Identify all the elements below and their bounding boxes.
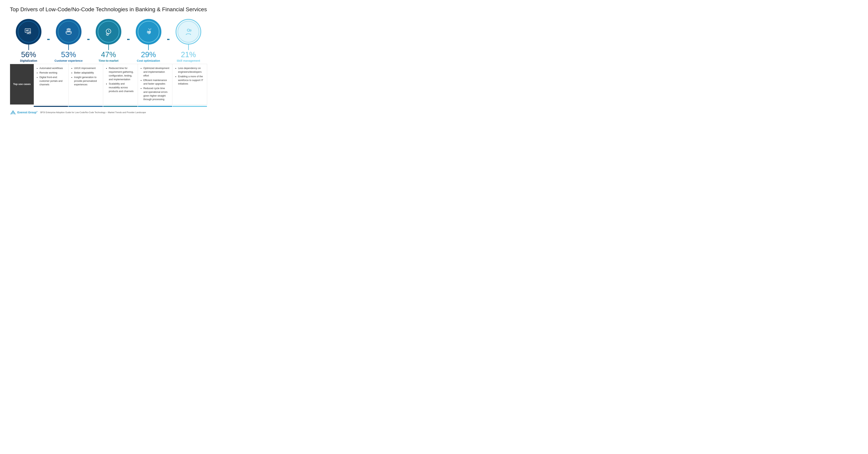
circle-ttm: $ <box>96 19 121 44</box>
list-item: Reduced time for requirement gathering, … <box>106 66 135 81</box>
driver-ttm: $ 47% Time-to-market <box>90 19 127 64</box>
list-item: Enabling a more of the workforce to supp… <box>175 75 204 86</box>
timeline-row: 56% Digitalization 53% Customer experien… <box>10 19 207 64</box>
cx-icon <box>64 27 73 36</box>
everest-mountain-icon <box>10 110 16 115</box>
pct-cost: 29% <box>141 51 156 58</box>
use-case-list-4: Optimized development and implementation… <box>141 66 169 101</box>
label-digitalization: Digitalization <box>20 59 37 62</box>
bar-1 <box>34 106 68 107</box>
driver-cx: 53% Customer experience <box>50 19 87 64</box>
footer: Everest Group® BFSI Enterprise Adoption … <box>10 110 207 115</box>
ttm-icon: $ <box>104 27 113 36</box>
list-item: UI/UX improvement <box>71 66 100 70</box>
use-cases-section: Top use cases Automated workflows Remote… <box>10 64 207 105</box>
svg-text:$: $ <box>107 34 108 35</box>
list-item: Digital front-end: customer portals and … <box>37 75 66 87</box>
circle-ring-skill <box>178 21 199 42</box>
vert-line-5 <box>188 44 189 50</box>
bar-spacer <box>10 106 34 107</box>
vert-line-4 <box>148 44 149 50</box>
vert-line-3 <box>108 44 109 50</box>
circle-cx <box>56 19 82 44</box>
driver-skill: 21% Skill management <box>169 19 207 64</box>
digitalization-icon <box>24 27 33 36</box>
footer-logo: Everest Group® <box>10 110 37 115</box>
list-item: Remote working <box>37 71 66 75</box>
circle-ring-cx <box>58 21 80 42</box>
connector-1 <box>48 39 50 40</box>
use-case-skill: Less dependency on engineers/developers … <box>172 64 207 104</box>
use-case-list-5: Less dependency on engineers/developers … <box>175 66 204 86</box>
driver-digitalization: 56% Digitalization <box>10 19 48 64</box>
pct-cx: 53% <box>61 51 76 58</box>
use-case-digitalization: Automated workflows Remote working Digit… <box>34 64 68 104</box>
pct-digitalization: 56% <box>21 51 36 58</box>
list-item: Reduced cycle time and operational error… <box>141 87 169 101</box>
list-item: Better adaptability <box>71 71 100 75</box>
svg-point-4 <box>29 32 31 34</box>
use-case-cost: Optimized development and implementation… <box>138 64 173 104</box>
pct-skill: 21% <box>181 51 196 58</box>
use-case-list-3: Reduced time for requirement gathering, … <box>106 66 135 93</box>
footer-caption: BFSI Enterprise Adoption Guide for Low-C… <box>40 111 146 114</box>
page-title: Top Drivers of Low-Code/No-Code Technolo… <box>10 6 207 13</box>
list-item: Automated workflows <box>37 66 66 70</box>
use-case-list-1: Automated workflows Remote working Digit… <box>37 66 66 87</box>
circle-ring-cost: $ $ $ <box>138 21 159 42</box>
use-case-ttm: Reduced time for requirement gathering, … <box>103 64 138 104</box>
bar-3 <box>103 106 137 107</box>
logo-name: Everest Group® <box>18 111 37 114</box>
bar-2 <box>68 106 103 107</box>
list-item: Scalability and reusability across produ… <box>106 82 135 93</box>
svg-text:$: $ <box>149 29 150 31</box>
top-use-cases-label: Top use cases <box>10 64 34 104</box>
svg-text:$: $ <box>151 28 151 30</box>
list-item: Less dependency on engineers/developers <box>175 66 204 74</box>
list-item: Optimized development and implementation… <box>141 66 169 77</box>
circle-digitalization <box>16 19 41 44</box>
svg-line-10 <box>108 31 110 32</box>
bar-5 <box>173 106 207 107</box>
bar-4 <box>138 106 172 107</box>
label-ttm: Time-to-market <box>99 59 119 62</box>
vert-line-1 <box>28 44 29 50</box>
connector-3 <box>127 39 130 40</box>
svg-text:$: $ <box>148 28 149 30</box>
use-case-list-2: UI/UX improvement Better adaptability In… <box>71 66 100 87</box>
list-item: Efficient maintenance and faster upgrade… <box>141 78 169 86</box>
circle-ring-digitalization <box>18 21 39 42</box>
cost-icon: $ $ $ <box>144 27 153 36</box>
connector-2 <box>87 39 90 40</box>
skill-icon <box>184 27 193 36</box>
label-cost: Cost optimization <box>137 59 160 62</box>
label-cx: Customer experience <box>55 59 83 62</box>
vert-line-2 <box>68 44 69 50</box>
use-case-cx: UI/UX improvement Better adaptability In… <box>68 64 103 104</box>
driver-cost: $ $ $ 29% Cost optimization <box>130 19 167 64</box>
svg-point-7 <box>69 29 70 30</box>
list-item: Insight generation to provide personaliz… <box>71 75 100 87</box>
connector-4 <box>167 39 170 40</box>
bottom-bars <box>10 106 207 107</box>
circle-ring-ttm: $ <box>98 21 119 42</box>
svg-point-16 <box>187 29 190 31</box>
pct-ttm: 47% <box>101 51 116 58</box>
label-skill: Skill management <box>177 59 200 62</box>
circle-cost: $ $ $ <box>136 19 161 44</box>
circle-skill <box>176 19 201 44</box>
